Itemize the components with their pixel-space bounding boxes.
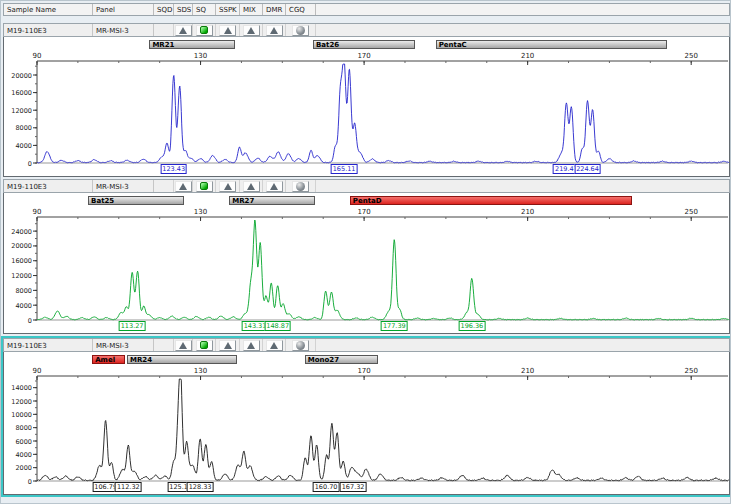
- flag-button-sds[interactable]: [175, 25, 192, 36]
- axis-tick-label: 170: [357, 367, 370, 375]
- sample-block-3-selected: M19-110E3 MR-MSI-3 AmelMR24Mono279013017…: [3, 338, 730, 495]
- header-cell-sq: SQ: [193, 4, 216, 15]
- axis-tick-label: 170: [357, 208, 370, 216]
- flag-button-mix[interactable]: [243, 25, 260, 36]
- flag-button-sspk[interactable]: [219, 340, 236, 351]
- row-filler: [316, 339, 729, 351]
- header-cell-cgq: CGQ: [286, 4, 316, 15]
- header-cell-sds: SDS: [174, 4, 193, 15]
- table-header-row: Sample NamePanelSQDSDSSQSSPKMIXDMRCGQ: [3, 3, 730, 16]
- flag-cell-dmr: [263, 339, 286, 351]
- allele-size-label[interactable]: 148.87: [264, 321, 291, 331]
- flag-cell-dmr: [263, 24, 286, 36]
- axis-tick-label: 250: [685, 367, 698, 375]
- allele-size-label[interactable]: 165.11: [331, 164, 358, 174]
- flag-button-cgq[interactable]: [292, 181, 309, 192]
- flag-button-sspk[interactable]: [219, 25, 236, 36]
- electropherogram-trace: [37, 379, 729, 481]
- flag-button-sds[interactable]: [175, 181, 192, 192]
- flag-cell-mix: [240, 180, 263, 192]
- circle-icon: [296, 26, 305, 35]
- axis-tick-label: 20000: [11, 242, 32, 250]
- allele-size-label[interactable]: 123.43: [160, 164, 187, 174]
- header-cell-sqd: SQD: [154, 4, 174, 15]
- axis-tick-label: 24000: [11, 228, 32, 236]
- flag-cell-sspk: [216, 339, 240, 351]
- flag-button-mix[interactable]: [243, 340, 260, 351]
- allele-size-label[interactable]: 112.32: [115, 482, 142, 492]
- flag-button-dmr[interactable]: [266, 340, 283, 351]
- axis-tick-label: 130: [194, 52, 207, 60]
- axis-tick-label: 8000: [15, 124, 32, 132]
- electropherogram-blue[interactable]: MR21Bat26PentaC9013017021025004000800012…: [3, 37, 730, 177]
- sample-name-cell[interactable]: M19-110E3: [4, 180, 93, 192]
- axis-tick-label: 0: [28, 478, 32, 486]
- triangle-icon: [247, 342, 255, 349]
- sample-name-cell[interactable]: M19-110E3: [4, 339, 93, 351]
- axis-tick-label: 0: [28, 160, 32, 168]
- header-cell-filler: [316, 4, 729, 15]
- triangle-icon: [270, 183, 278, 190]
- sample-block-2: M19-110E3 MR-MSI-3 Bat25MR27PentaD901301…: [3, 179, 730, 334]
- allele-size-label[interactable]: 128.33: [187, 482, 214, 492]
- circle-icon: [296, 341, 305, 350]
- electropherogram-trace: [37, 220, 729, 320]
- axis-tick-label: 16000: [11, 257, 32, 265]
- triangle-icon: [179, 183, 187, 190]
- flag-button-sq[interactable]: [196, 340, 213, 351]
- flag-cell-sq: [193, 339, 216, 351]
- flag-cell-sspk: [216, 24, 240, 36]
- allele-size-label[interactable]: 224.64: [574, 164, 601, 174]
- sample-row[interactable]: M19-110E3 MR-MSI-3: [3, 338, 730, 352]
- sample-name-cell[interactable]: M19-110E3: [4, 24, 93, 36]
- header-cell-mix: MIX: [240, 4, 263, 15]
- axis-tick-label: 130: [194, 367, 207, 375]
- green-square-icon: [200, 182, 208, 190]
- axis-tick-label: 90: [33, 367, 42, 375]
- flag-cell-sds: [174, 339, 193, 351]
- flag-button-sq[interactable]: [196, 25, 213, 36]
- triangle-icon: [179, 27, 187, 34]
- panel-cell[interactable]: MR-MSI-3: [93, 339, 154, 351]
- circle-icon: [296, 182, 305, 191]
- electropherogram-green[interactable]: Bat25MR27PentaD9013017021025004000800012…: [3, 193, 730, 334]
- axis-tick-label: 130: [194, 208, 207, 216]
- flag-cell-sds: [174, 24, 193, 36]
- flag-cell-sq: [193, 180, 216, 192]
- electropherogram-trace: [37, 64, 729, 163]
- flag-button-mix[interactable]: [243, 181, 260, 192]
- electropherogram-black[interactable]: AmelMR24Mono2790130170210250020004000600…: [3, 352, 730, 495]
- axis-tick-label: 4000: [15, 142, 32, 150]
- row-filler: [316, 24, 729, 36]
- flag-button-sds[interactable]: [175, 340, 192, 351]
- panel-cell[interactable]: MR-MSI-3: [93, 180, 154, 192]
- axis-tick-label: 20000: [11, 72, 32, 80]
- flag-button-sspk[interactable]: [219, 181, 236, 192]
- panel-cell[interactable]: MR-MSI-3: [93, 24, 154, 36]
- header-cell-dmr: DMR: [263, 4, 286, 15]
- axis-tick-label: 12000: [11, 398, 32, 406]
- flag-cell-cgq: [286, 339, 316, 351]
- flag-cell-sqd: [154, 339, 174, 351]
- allele-size-label[interactable]: 113.27: [119, 321, 146, 331]
- sample-row[interactable]: M19-110E3 MR-MSI-3: [3, 23, 730, 37]
- header-cell-sspk: SSPK: [216, 4, 240, 15]
- flag-button-sq[interactable]: [196, 181, 213, 192]
- allele-size-label[interactable]: 160.70: [313, 482, 340, 492]
- trace-svg: 90130170210250040008000120001600020000: [4, 37, 729, 176]
- green-square-icon: [200, 26, 208, 34]
- flag-cell-sspk: [216, 180, 240, 192]
- flag-button-cgq[interactable]: [292, 340, 309, 351]
- triangle-icon: [224, 342, 232, 349]
- axis-tick-label: 10000: [11, 411, 32, 419]
- allele-size-label[interactable]: 167.32: [340, 482, 367, 492]
- flag-button-dmr[interactable]: [266, 181, 283, 192]
- flag-button-dmr[interactable]: [266, 25, 283, 36]
- axis-tick-label: 0: [28, 317, 32, 325]
- header-cell-sample-name: Sample Name: [4, 4, 93, 15]
- sample-row[interactable]: M19-110E3 MR-MSI-3: [3, 179, 730, 193]
- allele-size-label[interactable]: 177.39: [381, 321, 408, 331]
- triangle-icon: [270, 27, 278, 34]
- flag-button-cgq[interactable]: [292, 25, 309, 36]
- allele-size-label[interactable]: 196.36: [459, 321, 486, 331]
